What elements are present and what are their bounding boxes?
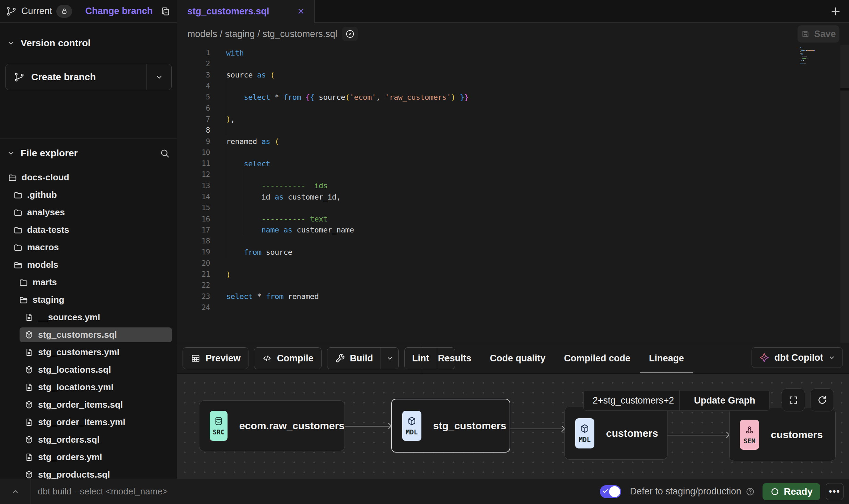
panel-tab-compiled-code[interactable]: Compiled code <box>563 343 632 373</box>
tree-item-analyses[interactable]: analyses <box>0 204 177 221</box>
code-line-15[interactable]: 15 <box>177 202 849 213</box>
code-line-17[interactable]: 17 name as customer_name <box>177 225 849 236</box>
new-tab-icon[interactable] <box>830 5 841 17</box>
code-line-10[interactable]: 10 <box>177 147 849 158</box>
code-line-22[interactable]: 22 <box>177 280 849 291</box>
create-branch-label: Create branch <box>31 72 96 83</box>
tree-item-stg-orders-sql[interactable]: stg_orders.sql <box>0 431 177 448</box>
build-button[interactable]: Build <box>327 347 399 369</box>
line-content: name as customer_name <box>210 226 840 234</box>
tree-item-stg-locations-sql[interactable]: stg_locations.sql <box>0 361 177 379</box>
code-line-23[interactable]: 23select * from renamed <box>177 291 849 302</box>
help-icon[interactable] <box>745 487 755 496</box>
code-line-24[interactable]: 24 <box>177 302 849 313</box>
search-icon[interactable] <box>160 148 170 158</box>
update-graph-button[interactable]: Update Graph <box>679 391 769 410</box>
code-line-2[interactable]: 2 <box>177 58 849 69</box>
tree-item-docs-cloud[interactable]: docs-cloud <box>0 169 177 186</box>
check-icon <box>602 488 609 494</box>
lineage-node-stg-customers[interactable]: MDLstg_customers <box>391 399 510 453</box>
panel-tab-lineage[interactable]: Lineage <box>648 343 685 373</box>
code-line-20[interactable]: 20 <box>177 258 849 269</box>
code-line-4[interactable]: 4 <box>177 81 849 92</box>
code-line-14[interactable]: 14 id as customer_id, <box>177 191 849 202</box>
tree-item--github[interactable]: .github <box>0 186 177 204</box>
code-line-7[interactable]: 7), <box>177 114 849 125</box>
line-number: 15 <box>177 204 210 212</box>
lineage-node-customers[interactable]: MDLcustomers <box>565 407 667 460</box>
database-icon <box>213 416 224 426</box>
tree-item-stg-products-sql[interactable]: stg_products.sql <box>0 466 177 479</box>
command-input[interactable]: dbt build --select <model_name> <box>38 486 168 497</box>
tree-item-stg-customers-sql[interactable]: stg_customers.sql <box>0 326 177 344</box>
code-editor[interactable]: 1with23source as (45 select * from {{ so… <box>177 45 849 343</box>
lineage-node-customers[interactable]: SEMcustomers <box>729 408 836 461</box>
build-dropdown[interactable] <box>381 348 398 369</box>
version-control-header[interactable]: Version control <box>0 34 177 52</box>
tree-item--sources-yml[interactable]: __sources.yml <box>0 309 177 326</box>
tree-item-stg-locations-yml[interactable]: stg_locations.yml <box>0 379 177 396</box>
line-number: 17 <box>177 226 210 234</box>
lineage-node-ecom-raw-customers[interactable]: SRCecom.raw_customers <box>199 400 345 451</box>
code-line-3[interactable]: 3source as ( <box>177 70 849 81</box>
tree-item-stg-customers-yml[interactable]: stg_customers.yml <box>0 344 177 361</box>
tree-item-stg-order-items-sql[interactable]: stg_order_items.sql <box>0 396 177 413</box>
ready-status-button[interactable]: Ready <box>763 483 820 500</box>
tree-item-label: stg_orders.sql <box>38 434 100 445</box>
line-number: 18 <box>177 237 210 245</box>
copy-icon[interactable] <box>160 6 171 16</box>
code-line-19[interactable]: 19 from source <box>177 247 849 257</box>
code-line-8[interactable]: 8 <box>177 125 849 136</box>
code-line-16[interactable]: 16 ---------- text <box>177 213 849 224</box>
lineage-canvas[interactable]: 2+stg_customers+2 Update Graph SRCecom.r… <box>177 374 849 479</box>
code-line-18[interactable]: 18 <box>177 236 849 247</box>
minimap[interactable] <box>800 47 822 64</box>
code-line-13[interactable]: 13 ---------- ids <box>177 180 849 191</box>
change-branch-link[interactable]: Change branch <box>85 6 153 16</box>
code-line-11[interactable]: 11 select <box>177 158 849 169</box>
code-line-21[interactable]: 21) <box>177 269 849 280</box>
panel-tabs: ResultsCode qualityCompiled codeLineage <box>437 343 685 373</box>
model-cube-icon <box>24 365 34 374</box>
fullscreen-button[interactable] <box>782 388 805 411</box>
code-line-1[interactable]: 1with <box>177 47 849 58</box>
save-button[interactable]: Save <box>798 25 839 43</box>
refresh-button[interactable] <box>811 388 834 411</box>
panel-tab-code-quality[interactable]: Code quality <box>489 343 547 373</box>
close-icon[interactable] <box>296 7 305 16</box>
code-lines[interactable]: 1with23source as (45 select * from {{ so… <box>177 47 849 313</box>
tree-item-macros[interactable]: macros <box>0 239 177 256</box>
folder-open-icon <box>19 295 28 304</box>
create-branch-dropdown[interactable] <box>147 64 171 90</box>
code-line-12[interactable]: 12 <box>177 169 849 180</box>
file-explorer-header[interactable]: File explorer <box>0 144 177 163</box>
tab-stg-customers[interactable]: stg_customers.sql <box>177 0 315 23</box>
lineage-selector-input[interactable]: 2+stg_customers+2 <box>584 391 679 410</box>
tree-item-staging[interactable]: staging <box>0 291 177 309</box>
preview-button[interactable]: Preview <box>183 347 248 369</box>
more-options-button[interactable]: ••• <box>826 483 844 500</box>
folder-icon <box>13 225 23 235</box>
git-branch-icon <box>14 72 24 82</box>
fullscreen-icon <box>788 395 799 405</box>
tree-item-models[interactable]: models <box>0 256 177 274</box>
panel-tab-results[interactable]: Results <box>437 343 473 373</box>
collapse-terminal-button[interactable] <box>0 479 31 504</box>
code-line-5[interactable]: 5 select * from {{ source('ecom', 'raw_c… <box>177 92 849 103</box>
dbt-copilot-button[interactable]: dbt Copilot <box>752 347 843 368</box>
editor-scrollbar[interactable] <box>840 45 849 343</box>
file-tree: docs-cloud.githubanalysesdata-testsmacro… <box>0 169 177 479</box>
tree-item-stg-orders-yml[interactable]: stg_orders.yml <box>0 448 177 466</box>
branch-header: Current Change branch <box>0 0 177 23</box>
tree-item-stg-order-items-yml[interactable]: stg_order_items.yml <box>0 413 177 431</box>
line-number: 3 <box>177 71 210 79</box>
compile-button[interactable]: Compile <box>254 347 322 369</box>
line-content: with <box>210 49 840 57</box>
code-line-6[interactable]: 6 <box>177 103 849 113</box>
code-line-9[interactable]: 9renamed as ( <box>177 136 849 147</box>
explore-compass-button[interactable] <box>342 27 358 41</box>
tree-item-data-tests[interactable]: data-tests <box>0 221 177 239</box>
create-branch-button[interactable]: Create branch <box>5 64 172 90</box>
tree-item-marts[interactable]: marts <box>0 274 177 291</box>
defer-toggle[interactable] <box>600 485 621 498</box>
